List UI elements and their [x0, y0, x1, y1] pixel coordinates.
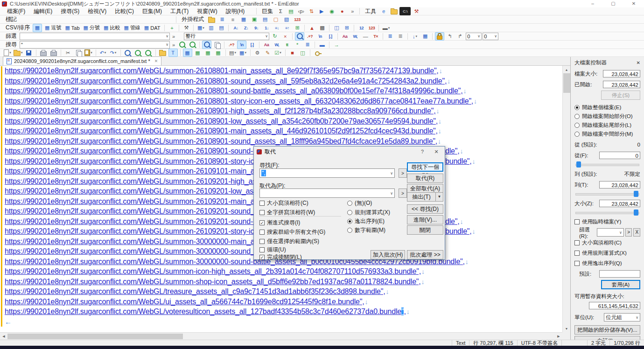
filter-list2-icon[interactable]: ≣: [396, 32, 405, 41]
menu-item-8[interactable]: 說明(H): [222, 7, 249, 15]
whole-word-icon[interactable]: W,: [272, 41, 281, 49]
stop-icon[interactable]: ■: [288, 49, 297, 57]
sort-long-icon[interactable]: ≡↑: [282, 24, 292, 32]
document-tab[interactable]: 20240809_990201e8nyn2lf.sugarconflict.co…: [3, 56, 161, 65]
from-slider[interactable]: [574, 161, 640, 168]
plugin-search-icon[interactable]: ▤: [260, 15, 270, 24]
panel-radio-1[interactable]: 開啟檔案開始部分(O): [574, 112, 640, 121]
url-link[interactable]: https://990201e8nyn2lf.sugarconflict.com…: [5, 77, 447, 85]
pencil-icon[interactable]: ✎: [263, 49, 273, 57]
from-slider-thumb[interactable]: [576, 161, 581, 168]
select-column-icon[interactable]: ▥: [206, 24, 216, 32]
freeze-count-select[interactable]: 0 ∨: [483, 33, 498, 40]
size-slider-thumb[interactable]: [634, 209, 638, 216]
url-link[interactable]: https://990201e8nyn2lf.sugarconflict.com…: [5, 298, 364, 306]
url-link[interactable]: https://990201e8nyn2lf.sugarconflict.com…: [5, 127, 438, 135]
macro-overflow-icon[interactable]: »: [348, 7, 357, 15]
panel-radio-2[interactable]: 開啟檔案結尾部分(L): [574, 121, 640, 130]
macro-record-icon[interactable]: ●: [337, 7, 347, 15]
dialog-checkbox-2[interactable]: ✓漸進式搜尋(I): [259, 219, 300, 226]
dialog-checkbox-4[interactable]: 僅在選擇的範圍內(S): [259, 238, 319, 245]
find-next-button[interactable]: 尋找下一個(N): [407, 162, 443, 172]
undo-icon[interactable]: ↶: [98, 49, 108, 57]
unit-select[interactable]: 位元組∨: [604, 313, 640, 321]
refresh-filter-icon[interactable]: ↻: [270, 32, 280, 41]
url-link-fragment[interactable]: dle",: [445, 217, 459, 225]
editor-line[interactable]: https://990201e8nyn2lf.sugarconflict.com…: [5, 126, 562, 136]
csv-mode-item-3[interactable]: ▦比較: [102, 24, 122, 31]
newline-chip-icon[interactable]: \n: [315, 32, 325, 41]
cursor-next-icon[interactable]: ↱: [455, 32, 465, 41]
url-link[interactable]: https://990201e8nyn2lf.sugarconflict.com…: [5, 287, 385, 295]
filter-toolbar-icon[interactable]: T: [168, 49, 178, 57]
validate-icon[interactable]: ☑: [273, 49, 283, 57]
url-link-fragment[interactable]: bundle",: [445, 227, 472, 235]
from-input[interactable]: 0: [599, 152, 640, 159]
custom-button[interactable]: 自訂(I)...: [574, 336, 640, 340]
wildcard-icon[interactable]: *: [293, 41, 302, 49]
editor-line[interactable]: https://990201e8nyn2lf.sugarconflict.com…: [5, 136, 562, 147]
plugin-tooltip-icon[interactable]: ▧: [282, 15, 291, 24]
replace-input[interactable]: ∨: [259, 188, 395, 198]
menu-item-7[interactable]: 視窗(W): [193, 7, 221, 15]
split-columns-icon[interactable]: ◫: [332, 24, 341, 32]
url-link[interactable]: https://990201e8nyn2lf.sugarconflict.com…: [5, 267, 421, 275]
scroll-up-icon[interactable]: ▲: [563, 66, 570, 73]
url-link[interactable]: https://990201e8nyn2lf.sugarconflict.com…: [5, 307, 401, 315]
to-input[interactable]: 23,028,442: [599, 181, 640, 188]
dialog-checkbox-5[interactable]: 循環(U): [259, 246, 286, 253]
filter-table-icon[interactable]: ▦: [420, 32, 430, 41]
new-file-icon[interactable]: [3, 49, 12, 57]
dialog-checkbox-0[interactable]: 大小寫須相符(C): [259, 200, 308, 207]
menu-item-6[interactable]: 工具(T): [166, 7, 193, 15]
plugin-projects-icon[interactable]: ▣: [250, 15, 259, 24]
url-link[interactable]: https://990201e8nyn2lf.sugarconflict.com…: [5, 67, 439, 75]
plugin-snippets-icon[interactable]: ▢: [271, 15, 280, 24]
url-link[interactable]: https://990201e8nyn2lf.sugarconflict.com…: [5, 247, 291, 255]
menu-item-0[interactable]: 檔案(F): [3, 7, 29, 15]
minus-icon[interactable]: —: [361, 32, 370, 41]
url-link[interactable]: https://990201e8nyn2lf.sugarconflict.com…: [5, 87, 462, 95]
command-prompt-icon[interactable]: C:\: [399, 7, 411, 15]
menu-item-2[interactable]: 搜尋(S): [56, 7, 84, 15]
dialog-title-bar[interactable]: 取代 ? ✕: [254, 147, 445, 157]
search-down-icon[interactable]: [188, 41, 197, 49]
url-link[interactable]: https://990201e8nyn2lf.sugarconflict.com…: [5, 117, 438, 125]
plugin-open-documents-icon[interactable]: ▦: [239, 15, 248, 24]
filter-down-icon[interactable]: ↓: [410, 32, 420, 41]
find-icon[interactable]: [123, 49, 133, 57]
csv-reload-icon[interactable]: ▦: [203, 49, 213, 57]
csv-tools-icon[interactable]: ⚒: [182, 24, 191, 32]
editor-line[interactable]: ←: [5, 317, 562, 327]
url-link[interactable]: https://990201e8nyn2lf.sugarconflict.com…: [5, 197, 287, 205]
url-link[interactable]: https://990201e8nyn2lf.sugarconflict.com…: [5, 97, 473, 105]
dialog-radio-1[interactable]: 規則運算式(X): [347, 209, 390, 216]
dialog-checkbox-1[interactable]: 全字拼寫須相符(W): [259, 209, 315, 216]
panel-radio-3[interactable]: 開啟檔案中間部分(M): [574, 130, 640, 139]
editor-line[interactable]: https://990201e8nyn2lf.sugarconflict.com…: [5, 86, 562, 96]
apply-button[interactable]: 套用(A): [601, 280, 640, 289]
cursor-prev-icon[interactable]: ↰: [445, 32, 455, 41]
csv-mode-icon[interactable]: ▦: [183, 49, 192, 57]
filter-overflow-icon[interactable]: »: [172, 34, 175, 39]
collapse-find-button[interactable]: << 尋找(D): [407, 204, 443, 214]
csv-mode-item-4[interactable]: ▦管線: [122, 24, 142, 31]
replace-button[interactable]: 取代(R): [407, 174, 443, 183]
fixed-width-icon[interactable]: +: [167, 24, 176, 32]
close-dialog-button[interactable]: 關閉: [407, 225, 443, 235]
horizontal-scrollbar[interactable]: ◀ ▶: [0, 332, 562, 340]
clear-filter-icon[interactable]: ×: [280, 32, 290, 41]
copy-results-icon[interactable]: [212, 41, 222, 49]
panel-filter-expand-button[interactable]: >: [625, 228, 632, 237]
vertical-scroll-thumb[interactable]: [563, 73, 570, 93]
match-case-icon[interactable]: Aa: [340, 32, 350, 41]
print-preview-icon[interactable]: [39, 49, 48, 57]
menu-item-4[interactable]: 比較(C): [111, 7, 138, 15]
plugin-html-bar-icon[interactable]: ≣: [217, 15, 227, 24]
url-link-fragment[interactable]: bundle",: [445, 157, 472, 165]
sort-num-asc-icon[interactable]: 9↓: [252, 24, 261, 32]
search-magnifier-icon[interactable]: [202, 41, 211, 49]
scroll-right-icon[interactable]: ▶: [555, 333, 562, 340]
dialog-checkbox-6[interactable]: ✓完成後關閉(L): [259, 254, 302, 261]
csv-mode-item-0[interactable]: ▦逗號: [43, 24, 63, 31]
